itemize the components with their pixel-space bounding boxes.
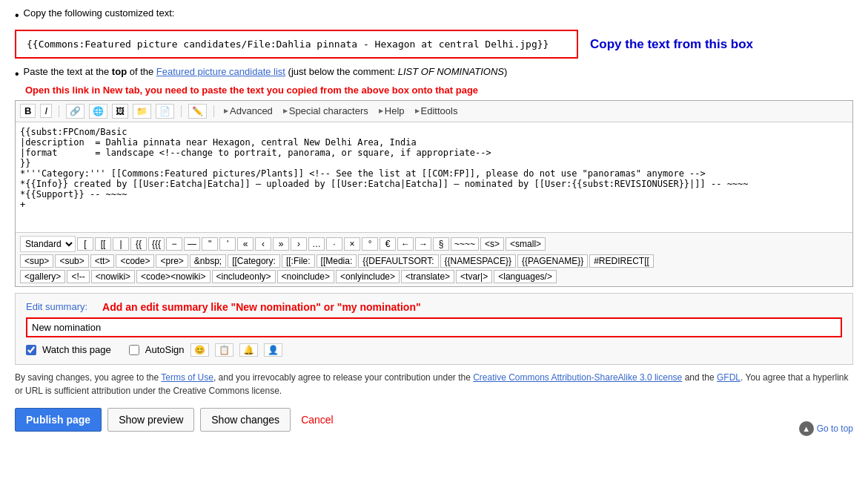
char-btn-dbracket[interactable]: [[ (95, 237, 111, 251)
go-to-top[interactable]: ▲ Go to top (799, 421, 853, 436)
char-btn-file[interactable]: [[:File: (282, 254, 315, 268)
show-preview-button[interactable]: Show preview (107, 408, 194, 432)
char-btn-bracket1[interactable]: [ (77, 237, 93, 251)
char-btn-sig[interactable]: ~~~~ (451, 237, 479, 251)
edittools-btn[interactable]: Edittools (412, 104, 461, 118)
watch-label: Watch this page (42, 344, 111, 355)
char-btn-small[interactable]: <small> (506, 237, 546, 251)
char-row-1: Standard [ [[ | {{ {{{ − — " ' « ‹ » › …… (20, 236, 848, 252)
italic-button[interactable]: I (40, 104, 52, 118)
char-btn-degree[interactable]: ° (362, 237, 378, 251)
toolbar-divider-2 (181, 105, 182, 117)
editor-textarea[interactable]: {{subst:FPCnom/Basic |description = Dahl… (16, 122, 852, 230)
char-btn-category[interactable]: [[Category: (228, 254, 280, 268)
char-btn-ellipsis[interactable]: … (308, 237, 325, 251)
bullet-dot-2: • (15, 66, 19, 82)
cc-license-link[interactable]: Creative Commons Attribution-ShareAlike … (473, 372, 682, 383)
char-btn-gallery[interactable]: <gallery> (20, 270, 65, 283)
media-icon-btn[interactable]: 📁 (133, 104, 151, 119)
char-btn-larrow[interactable]: ← (397, 237, 414, 251)
char-btn-section[interactable]: § (433, 237, 449, 251)
char-btn-sup[interactable]: <sup> (20, 254, 53, 268)
char-btn-dbrace[interactable]: {{ (130, 237, 147, 251)
char-btn-dquote[interactable]: " (202, 237, 218, 251)
autosign-icon-btn-4[interactable]: 👤 (264, 343, 282, 357)
char-btn-raquote[interactable]: » (273, 237, 289, 251)
edit-summary-label: Edit summary: (26, 301, 87, 312)
char-btn-codenowiki[interactable]: <code><nowiki> (136, 270, 210, 283)
char-btn-laquote[interactable]: « (237, 237, 254, 251)
char-btn-pre[interactable]: <pre> (156, 254, 188, 268)
help-btn[interactable]: Help (376, 104, 408, 118)
action-buttons: Publish page Show preview Show changes C… (15, 405, 853, 435)
char-btn-squote[interactable]: ' (219, 237, 236, 251)
char-btn-tt[interactable]: <tt> (90, 254, 115, 268)
cancel-button[interactable]: Cancel (296, 409, 338, 431)
copy-label: Copy the text from this box (590, 37, 853, 52)
char-btn-nbsp[interactable]: &nbsp; (190, 254, 226, 268)
char-btn-minus[interactable]: − (166, 237, 182, 251)
char-btn-tvar[interactable]: <tvar|> (456, 270, 492, 283)
autosign-icon-btn-1[interactable]: 😊 (191, 343, 209, 357)
char-btn-media[interactable]: [[Media: (317, 254, 357, 268)
bullet-paste-instruction: • Paste the text at the top of the Featu… (15, 66, 853, 82)
char-type-select[interactable]: Standard (20, 236, 76, 252)
char-btn-defaultsort[interactable]: {{DEFAULTSORT: (358, 254, 438, 268)
link-icon-btn[interactable]: 🔗 (66, 104, 85, 119)
char-btn-noinclude[interactable]: <noinclude> (277, 270, 334, 283)
autosign-checkbox[interactable] (129, 345, 139, 355)
char-btn-languages[interactable]: <languages/> (494, 270, 557, 283)
toolbar-divider-1 (59, 105, 59, 117)
char-btn-pipe[interactable]: | (113, 237, 129, 251)
go-to-top-arrow: ▲ (799, 421, 814, 436)
watch-row: Watch this page AutoSign 😊 📋 🔔 👤 (26, 343, 842, 357)
featured-picture-link[interactable]: Featured picture candidate list (156, 66, 285, 77)
char-btn-rarrow[interactable]: → (415, 237, 431, 251)
open-link-notice: Open this link in New tab, you need to p… (25, 85, 853, 96)
char-btn-times[interactable]: × (344, 237, 360, 251)
terms-of-use-link[interactable]: Terms of Use (161, 372, 213, 383)
autosign-icon-btn-3[interactable]: 🔔 (239, 343, 258, 357)
go-to-top-label: Go to top (817, 423, 853, 434)
template-icon-btn[interactable]: 📄 (156, 104, 174, 119)
char-btn-redirect[interactable]: #REDIRECT[[ (589, 254, 654, 268)
edit-summary-header: Edit summary: Add an edit summary like "… (26, 301, 842, 313)
special-chars-bar: Standard [ [[ | {{ {{{ − — " ' « ‹ » › …… (16, 232, 852, 286)
bold-button[interactable]: B (20, 104, 36, 118)
pencil-icon-btn[interactable]: ✏️ (188, 104, 207, 119)
edit-summary-input[interactable] (26, 317, 842, 337)
editor-toolbar: B I 🔗 🌐 🖼 📁 📄 ✏️ Advanced Special charac… (16, 101, 852, 122)
edit-summary-notice: Add an edit summary like "New nomination… (102, 301, 421, 313)
char-btn-nowiki[interactable]: <nowiki> (91, 270, 135, 283)
char-btn-emdash[interactable]: — (184, 237, 200, 251)
edit-summary-section: Edit summary: Add an edit summary like "… (15, 293, 853, 365)
char-btn-rsaquote[interactable]: › (291, 237, 307, 251)
char-btn-lsaquote[interactable]: ‹ (255, 237, 271, 251)
image-icon-btn[interactable]: 🖼 (112, 104, 128, 119)
external-link-icon-btn[interactable]: 🌐 (89, 104, 107, 119)
terms-prefix: By saving changes, you agree to the (15, 372, 161, 383)
char-btn-middot[interactable]: · (326, 237, 342, 251)
char-btn-tbrace[interactable]: {{{ (148, 237, 165, 251)
bullet-copy-instruction: • Copy the following customized text: (15, 7, 853, 24)
copy-box[interactable]: {{Commons:Featured picture candidates/Fi… (15, 30, 578, 59)
char-btn-includeonly[interactable]: <includeonly> (212, 270, 276, 283)
terms-text: By saving changes, you agree to the Term… (15, 371, 853, 397)
char-btn-comment[interactable]: <!-- (67, 270, 89, 283)
char-btn-strike[interactable]: <s> (480, 237, 504, 251)
char-btn-code[interactable]: <code> (116, 254, 154, 268)
autosign-icon-btn-2[interactable]: 📋 (215, 343, 233, 357)
show-changes-button[interactable]: Show changes (200, 408, 291, 432)
advanced-btn[interactable]: Advanced (221, 104, 276, 118)
char-btn-euro[interactable]: € (380, 237, 396, 251)
publish-button[interactable]: Publish page (15, 408, 102, 432)
char-btn-namespace[interactable]: {{NAMESPACE}} (440, 254, 517, 268)
watch-checkbox[interactable] (26, 345, 36, 355)
special-chars-btn[interactable]: Special characters (280, 104, 371, 118)
toolbar-divider-3 (213, 105, 214, 117)
char-btn-pagename[interactable]: {{PAGENAME}} (517, 254, 588, 268)
char-btn-translate[interactable]: <translate> (401, 270, 454, 283)
char-btn-sub[interactable]: <sub> (55, 254, 88, 268)
char-btn-onlyinclude[interactable]: <onlyinclude> (336, 270, 400, 283)
gfdl-link[interactable]: GFDL (717, 372, 741, 383)
